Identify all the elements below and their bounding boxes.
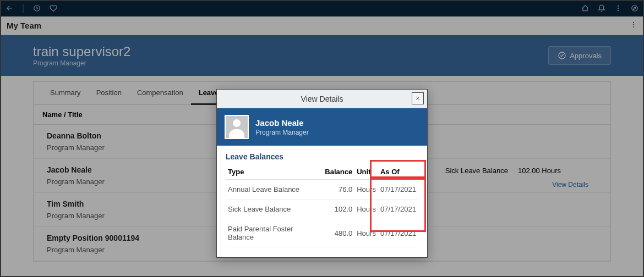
cell-type: Paid Parental Foster Balance — [226, 219, 323, 247]
table-row: Paid Parental Foster Balance 480.0 Hours… — [226, 219, 418, 247]
cell-asof: 07/17/2021 — [378, 219, 418, 247]
close-icon — [414, 95, 421, 102]
cell-unit: Hours — [354, 180, 378, 200]
cell-type: Sick Leave Balance — [226, 200, 323, 219]
table-row: Sick Leave Balance 102.0 Hours 07/17/202… — [226, 200, 418, 219]
modal-person: Jacob Neale Program Manager — [217, 108, 427, 146]
modal-body: Leave Balances Type Balance Unit As Of A… — [217, 146, 427, 257]
col-unit: Unit — [354, 164, 378, 180]
col-type: Type — [226, 164, 323, 180]
cell-unit: Hours — [354, 219, 378, 247]
modal-title: View Details — [301, 95, 343, 103]
cell-balance: 480.0 — [323, 219, 354, 247]
cell-asof: 07/17/2021 — [378, 180, 418, 200]
leave-balances-title: Leave Balances — [226, 152, 418, 161]
col-asof: As Of — [378, 164, 418, 180]
col-balance: Balance — [323, 164, 354, 180]
close-button[interactable] — [412, 92, 424, 104]
avatar — [225, 115, 249, 139]
leave-balances-table: Type Balance Unit As Of Annual Leave Bal… — [226, 164, 418, 247]
modal-person-name: Jacob Neale — [255, 118, 309, 128]
cell-asof: 07/17/2021 — [378, 200, 418, 219]
cell-balance: 76.0 — [323, 180, 354, 200]
cell-unit: Hours — [354, 200, 378, 219]
view-details-modal: View Details Jacob Neale Program Manager… — [216, 89, 428, 258]
cell-type: Annual Leave Balance — [226, 180, 323, 200]
cell-balance: 102.0 — [323, 200, 354, 219]
modal-person-role: Program Manager — [255, 129, 309, 136]
modal-header: View Details — [217, 90, 427, 108]
table-row: Annual Leave Balance 76.0 Hours 07/17/20… — [226, 180, 418, 200]
